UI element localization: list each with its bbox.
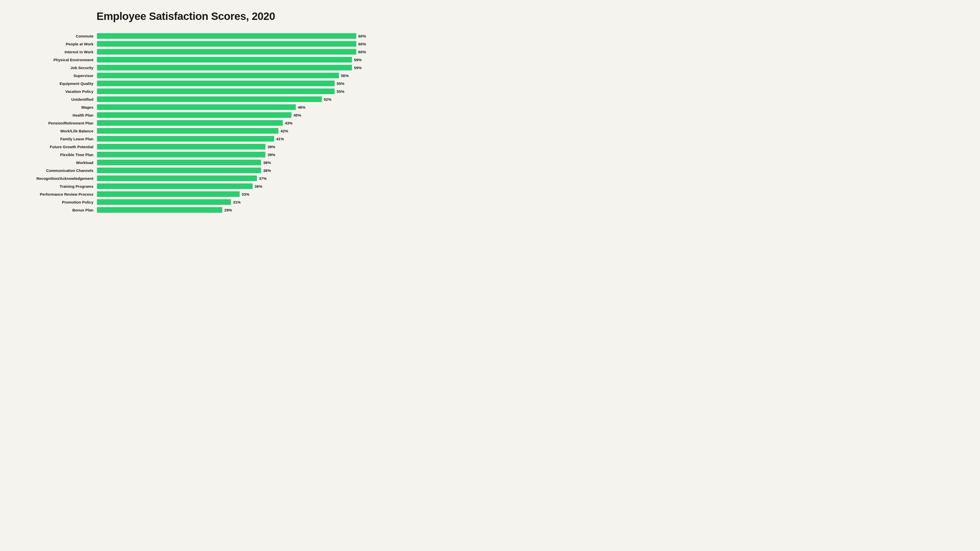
bar-fill xyxy=(97,176,257,181)
bar-value: 33% xyxy=(242,192,249,197)
bar-label: Job Security xyxy=(15,65,97,70)
bar-value: 36% xyxy=(255,184,262,189)
bar-fill xyxy=(97,104,296,110)
bar-value: 43% xyxy=(285,121,293,125)
bar-track: 37% xyxy=(97,176,356,181)
bar-track: 29% xyxy=(97,207,356,213)
bar-track: 52% xyxy=(97,97,356,102)
bar-fill xyxy=(97,120,283,126)
bar-row: Promotion Policy31% xyxy=(15,199,356,205)
bar-value: 31% xyxy=(233,200,241,204)
bar-label: Family Leave Plan xyxy=(15,137,97,141)
bar-fill xyxy=(97,199,231,205)
chart-title: Employee Satisfaction Scores, 2020 xyxy=(97,10,275,22)
bar-row: Bonus Plan29% xyxy=(15,206,356,213)
bar-track: 38% xyxy=(97,160,356,165)
bar-track: 60% xyxy=(97,49,356,55)
bar-value: 56% xyxy=(341,73,348,78)
bar-fill xyxy=(97,136,274,141)
bar-row: Equipment Quality55% xyxy=(15,80,356,87)
bar-fill xyxy=(97,33,356,39)
bar-track: 42% xyxy=(97,128,356,134)
bar-value: 52% xyxy=(324,97,331,102)
bar-value: 39% xyxy=(267,144,275,149)
bar-track: 43% xyxy=(97,120,356,126)
bar-row: Future Growth Potential39% xyxy=(15,143,356,150)
bar-label: Performance Review Process xyxy=(15,192,97,197)
bar-label: Supervisor xyxy=(15,73,97,78)
bar-fill xyxy=(97,41,356,47)
bar-fill xyxy=(97,89,334,94)
bar-fill xyxy=(97,73,339,78)
bar-row: Unidentified52% xyxy=(15,96,356,103)
bar-row: Health Plan45% xyxy=(15,112,356,118)
bar-track: 60% xyxy=(97,33,356,39)
bar-label: Commute xyxy=(15,34,97,38)
bar-label: Promotion Policy xyxy=(15,200,97,204)
bar-fill xyxy=(97,183,253,189)
bar-row: People at Work60% xyxy=(15,41,356,47)
bar-row: Interest in Work60% xyxy=(15,48,356,55)
bar-fill xyxy=(97,152,266,157)
bar-label: Training Programs xyxy=(15,184,97,189)
bar-row: Physical Environment59% xyxy=(15,56,356,63)
bar-fill xyxy=(97,97,322,102)
bar-label: Physical Environment xyxy=(15,58,97,62)
bar-value: 59% xyxy=(354,58,362,62)
bar-label: Future Growth Potential xyxy=(15,144,97,149)
bar-fill xyxy=(97,57,352,62)
bar-row: Workload38% xyxy=(15,159,356,166)
bar-value: 39% xyxy=(267,152,275,157)
bar-value: 38% xyxy=(263,168,271,173)
bar-track: 46% xyxy=(97,104,356,110)
bar-fill xyxy=(97,65,352,70)
bar-row: Recognition/Acknowledgement37% xyxy=(15,175,356,182)
bar-row: Pension/Retirement Plan43% xyxy=(15,120,356,126)
bar-value: 59% xyxy=(354,65,362,70)
bar-label: Unidentified xyxy=(15,97,97,102)
bar-label: Equipment Quality xyxy=(15,81,97,86)
bar-fill xyxy=(97,81,334,86)
bar-value: 55% xyxy=(337,89,344,94)
bar-fill xyxy=(97,168,261,173)
bar-track: 45% xyxy=(97,112,356,118)
bar-label: Workload xyxy=(15,160,97,165)
bar-value: 60% xyxy=(358,42,366,46)
bar-fill xyxy=(97,207,222,213)
bar-value: 60% xyxy=(358,34,366,38)
bar-row: Performance Review Process33% xyxy=(15,191,356,197)
bar-label: Work/Life Balance xyxy=(15,129,97,133)
bar-row: Job Security59% xyxy=(15,64,356,71)
bar-value: 41% xyxy=(276,137,284,141)
bar-row: Communication Channels38% xyxy=(15,167,356,174)
bar-track: 36% xyxy=(97,183,356,189)
bar-label: Communication Channels xyxy=(15,168,97,173)
bar-value: 45% xyxy=(293,113,301,118)
bar-row: Family Leave Plan41% xyxy=(15,135,356,142)
bar-label: Flexible Time Plan xyxy=(15,152,97,157)
bar-label: Recognition/Acknowledgement xyxy=(15,176,97,181)
bar-value: 42% xyxy=(280,129,288,133)
bar-label: Bonus Plan xyxy=(15,208,97,212)
bar-value: 38% xyxy=(263,160,271,165)
bar-label: Pension/Retirement Plan xyxy=(15,121,97,125)
bar-label: Wages xyxy=(15,105,97,110)
bar-track: 31% xyxy=(97,199,356,205)
bar-fill xyxy=(97,144,266,149)
bar-row: Supervisor56% xyxy=(15,72,356,79)
bar-track: 33% xyxy=(97,191,356,197)
bar-track: 56% xyxy=(97,73,356,78)
bar-value: 55% xyxy=(337,81,344,86)
bar-fill xyxy=(97,112,291,118)
bar-track: 55% xyxy=(97,81,356,86)
bar-track: 60% xyxy=(97,41,356,47)
bar-track: 41% xyxy=(97,136,356,141)
bar-label: People at Work xyxy=(15,42,97,46)
bar-track: 59% xyxy=(97,57,356,62)
bar-track: 55% xyxy=(97,89,356,94)
bar-fill xyxy=(97,128,278,134)
bar-value: 46% xyxy=(298,105,305,110)
bar-track: 39% xyxy=(97,152,356,157)
bar-track: 38% xyxy=(97,168,356,173)
bar-row: Commute60% xyxy=(15,33,356,39)
